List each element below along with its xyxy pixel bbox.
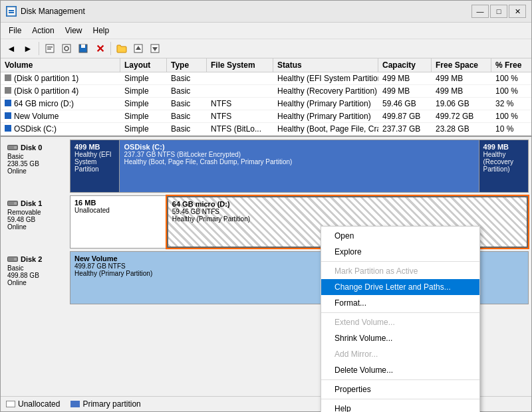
cell-layout: Simple [120, 85, 167, 97]
ctx-item-help[interactable]: Help [321, 401, 479, 412]
toolbar-sep-1 [39, 42, 39, 55]
cell-capacity: 59.46 GB [378, 98, 432, 110]
legend-unallocated: Unallocated [6, 399, 60, 409]
disk-label-2: Disk 2 Basic 499.88 GB Online [3, 251, 70, 304]
ctx-item-change-drive-letter-and-paths-[interactable]: Change Drive Letter and Paths... [321, 279, 479, 295]
cell-pct: 100 % [491, 72, 531, 84]
partition-1-0[interactable]: 16 MBUnallocated [70, 196, 167, 248]
partition-0-1[interactable]: OSDisk (C:)237.37 GB NTFS (BitLocker Enc… [120, 140, 479, 192]
partition-name: 499 MB [74, 143, 115, 151]
partition-name: OSDisk (C:) [124, 143, 474, 151]
svg-rect-2 [9, 12, 14, 13]
partition-0-2[interactable]: 499 MBHealthy (Recovery Partition) [479, 140, 528, 192]
cell-fs [207, 85, 273, 97]
save-button[interactable] [75, 41, 91, 56]
legend-unallocated-label: Unallocated [18, 399, 60, 409]
cell-free: 23.28 GB [432, 123, 491, 135]
table-body: (Disk 0 partition 1) Simple Basic Health… [1, 72, 531, 136]
ctx-item-mark-partition-as-active: Mark Partition as Active [321, 263, 479, 279]
ctx-separator-13 [321, 399, 479, 399]
col-pctfree[interactable]: % Free [491, 58, 531, 72]
menu-file[interactable]: File [3, 24, 27, 37]
partition-info: Healthy (Primary Partition) [172, 215, 523, 223]
ctx-item-properties[interactable]: Properties [321, 381, 479, 397]
disk-size: 238.35 GB [7, 160, 66, 167]
cell-free: 19.06 GB [432, 98, 491, 110]
properties-button[interactable] [42, 41, 58, 56]
close-button[interactable]: ✕ [509, 5, 526, 18]
ctx-separator-2 [321, 261, 479, 262]
partition-0-0[interactable]: 499 MBHealthy (EFI System Partition [70, 140, 120, 192]
menu-view[interactable]: View [60, 24, 88, 37]
forward-button[interactable]: ► [20, 41, 36, 56]
cell-status: Healthy (EFI System Partition) [273, 72, 378, 84]
partition-size: 59.46 GB NTFS [172, 208, 523, 215]
svg-rect-9 [81, 45, 85, 48]
menu-bar: File Action View Help [1, 23, 531, 39]
cell-volume: New Volume [1, 110, 120, 122]
title-bar: Disk Management — □ ✕ [1, 1, 531, 23]
cell-status: Healthy (Primary Partition) [273, 98, 378, 110]
ctx-item-explore[interactable]: Explore [321, 244, 479, 260]
folder-button[interactable] [114, 41, 130, 56]
svg-rect-1 [9, 10, 14, 11]
cell-type: Basic [167, 85, 207, 97]
ctx-item-shrink-volume-[interactable]: Shrink Volume... [321, 330, 479, 346]
col-volume[interactable]: Volume [1, 58, 120, 72]
back-button[interactable]: ◄ [3, 41, 19, 56]
ctx-item-delete-volume-[interactable]: Delete Volume... [321, 362, 479, 378]
toolbar: ◄ ► ✕ [1, 39, 531, 58]
delete-button[interactable]: ✕ [92, 41, 108, 56]
minimize-button[interactable]: — [471, 5, 489, 18]
app-icon [6, 6, 17, 17]
cell-volume: OSDisk (C:) [1, 123, 120, 135]
table-row[interactable]: New Volume Simple Basic NTFS Healthy (Pr… [1, 110, 531, 123]
table-row[interactable]: (Disk 0 partition 1) Simple Basic Health… [1, 72, 531, 85]
legend-primary-label: Primary partition [82, 399, 140, 409]
cell-fs [207, 72, 273, 84]
col-layout[interactable]: Layout [120, 58, 167, 72]
ctx-item-open[interactable]: Open [321, 228, 479, 244]
cell-pct: 10 % [491, 123, 531, 135]
cell-free: 499 MB [432, 85, 491, 97]
cell-type: Basic [167, 72, 207, 84]
col-freespace[interactable]: Free Space [432, 58, 491, 72]
cell-capacity: 499 MB [378, 85, 432, 97]
table-row[interactable]: 64 GB micro (D:) Simple Basic NTFS Healt… [1, 98, 531, 110]
legend-primary: Primary partition [70, 399, 140, 409]
svg-rect-5 [47, 49, 51, 50]
down-button[interactable] [147, 41, 163, 56]
col-status[interactable]: Status [273, 58, 378, 72]
disk-size: 59.48 GB [7, 216, 66, 223]
cell-fs: NTFS [207, 98, 273, 110]
disk-status: Online [7, 279, 66, 286]
disk-icon [7, 255, 18, 263]
ctx-item-format-[interactable]: Format... [321, 295, 479, 311]
table-header: Volume Layout Type File System Status Ca… [1, 58, 531, 72]
partition-size: 237.37 GB NTFS (BitLocker Encrypted) [124, 151, 474, 158]
cell-status: Healthy (Recovery Partition) [273, 85, 378, 97]
table-row[interactable]: (Disk 0 partition 4) Simple Basic Health… [1, 85, 531, 98]
menu-help[interactable]: Help [88, 24, 115, 37]
partition-info: Healthy (Boot, Page File, Crash Dump, Pr… [124, 158, 474, 165]
cell-layout: Simple [120, 123, 167, 135]
cell-volume: (Disk 0 partition 4) [1, 85, 120, 97]
maximize-button[interactable]: □ [490, 5, 507, 18]
col-filesystem[interactable]: File System [207, 58, 273, 72]
cell-volume: 64 GB micro (D:) [1, 98, 120, 110]
cell-fs: NTFS [207, 110, 273, 122]
table-row[interactable]: OSDisk (C:) Simple Basic NTFS (BitLo... … [1, 123, 531, 136]
disk-status: Online [7, 167, 66, 175]
menu-action[interactable]: Action [27, 24, 59, 37]
disk-id: Disk 2 [21, 255, 42, 263]
col-capacity[interactable]: Capacity [378, 58, 432, 72]
col-type[interactable]: Type [167, 58, 207, 72]
cell-capacity: 499 MB [378, 72, 432, 84]
disk-icon [7, 199, 18, 207]
cell-capacity: 237.37 GB [378, 123, 432, 135]
up-button[interactable] [130, 41, 146, 56]
settings-button[interactable] [59, 41, 74, 56]
legend-primary-icon [70, 401, 80, 407]
volume-table: Volume Layout Type File System Status Ca… [1, 58, 531, 137]
ctx-separator-6 [321, 312, 479, 313]
